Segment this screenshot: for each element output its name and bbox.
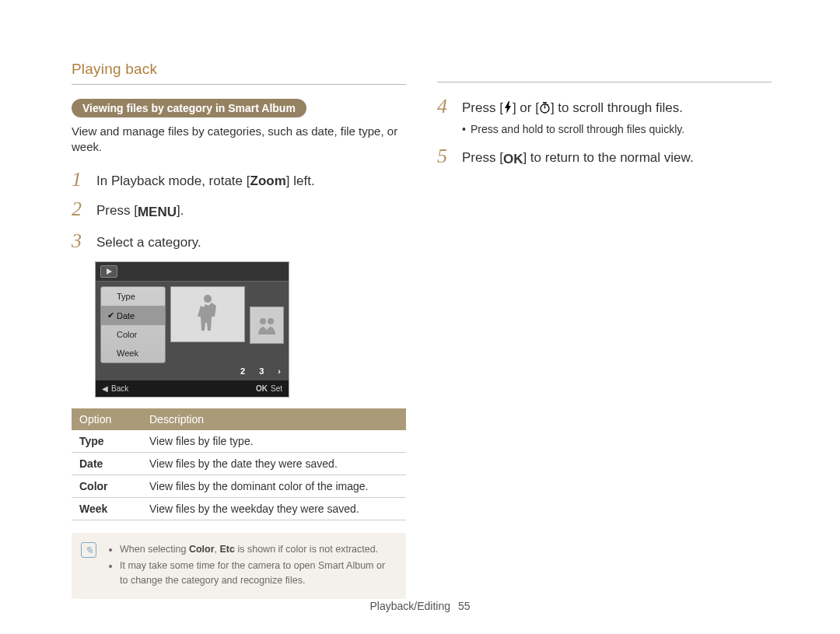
check-icon: ✔: [107, 310, 114, 321]
screenshot-pager: 2 3 ›: [96, 363, 289, 380]
steps-left: 1 In Playback mode, rotate [Zoom] left. …: [72, 170, 406, 253]
step-text: In Playback mode, rotate [Zoom] left.: [96, 170, 315, 191]
header-rule: [437, 82, 772, 82]
category-menu: Type ✔Date Color Week: [100, 286, 166, 363]
camera-screenshot: Type ✔Date Color Week: [95, 261, 289, 398]
menu-icon: MENU: [138, 204, 177, 222]
note-item: It may take some time for the camera to …: [120, 559, 395, 588]
screenshot-footer: ◀Back OKSet: [96, 380, 289, 397]
flash-icon: [503, 101, 513, 119]
ok-icon: OK: [256, 384, 268, 393]
step-2: 2 Press [MENU].: [72, 199, 406, 222]
step-3: 3 Select a category.: [72, 231, 406, 252]
footer-section: Playback/Editing: [370, 600, 451, 612]
menu-item-week: Week: [101, 344, 165, 363]
note-box: ✎ When selecting Color, Etc is shown if …: [72, 533, 406, 598]
person-silhouette-icon: [187, 289, 229, 342]
step-text: Press [MENU].: [96, 199, 184, 222]
table-row: TypeView files by file type.: [72, 430, 406, 453]
th-option: Option: [72, 408, 142, 430]
step-text: Select a category.: [96, 231, 201, 252]
menu-item-type: Type: [101, 287, 165, 306]
ok-icon: OK: [503, 151, 523, 169]
step-number: 2: [72, 199, 92, 219]
chevron-right-icon: ›: [278, 366, 281, 376]
step-text: Press [OK] to return to the normal view.: [462, 146, 694, 169]
step-text: Press [] or [] to scroll through files. …: [462, 96, 684, 137]
people-silhouette-icon: [255, 316, 278, 335]
header-rule: [72, 84, 406, 85]
table-row: DateView files by the date they were sav…: [72, 453, 406, 475]
timer-icon: [539, 101, 551, 119]
menu-item-date: ✔Date: [101, 306, 165, 325]
step-4: 4 Press [] or [] to scroll through files…: [437, 96, 772, 137]
note-item: When selecting Color, Etc is shown if co…: [120, 542, 395, 557]
step-number: 5: [437, 146, 457, 166]
chevron-left-icon: ◀: [102, 384, 108, 393]
options-table: Option Description TypeView files by fil…: [72, 408, 406, 520]
step-subtext: Press and hold to scroll through files q…: [462, 122, 684, 137]
svg-marker-0: [107, 268, 112, 275]
play-icon: [100, 265, 117, 278]
step-1: 1 In Playback mode, rotate [Zoom] left.: [72, 170, 406, 191]
note-icon: ✎: [81, 542, 96, 558]
table-row: ColorView files by the dominant color of…: [72, 475, 406, 498]
th-description: Description: [142, 408, 406, 430]
page-header: Playing back: [72, 61, 406, 78]
thumbnail-large: [170, 286, 245, 342]
left-column: Playing back Viewing files by category i…: [72, 61, 406, 599]
menu-item-color: Color: [101, 325, 165, 344]
section-pill: Viewing files by category in Smart Album: [72, 99, 306, 117]
page-number: 55: [458, 600, 471, 612]
thumbnail-small: [250, 306, 284, 344]
page-footer: Playback/Editing 55: [0, 600, 840, 612]
step-number: 3: [72, 231, 92, 251]
right-column: 4 Press [] or [] to scroll through files…: [437, 61, 772, 599]
screenshot-tab-bar: [96, 262, 289, 282]
svg-point-2: [268, 318, 274, 324]
step-number: 1: [72, 170, 92, 190]
section-description: View and manage files by categories, suc…: [72, 124, 406, 156]
svg-point-1: [260, 318, 266, 324]
step-number: 4: [437, 96, 457, 117]
table-row: WeekView files by the weekday they were …: [72, 498, 406, 520]
step-5: 5 Press [OK] to return to the normal vie…: [437, 146, 772, 169]
